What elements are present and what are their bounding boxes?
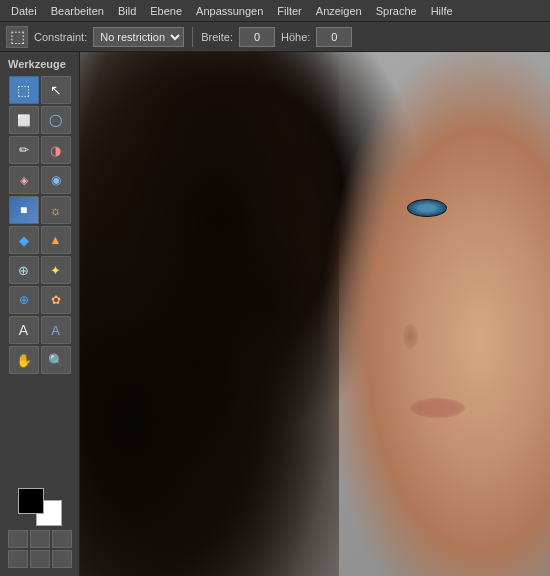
eye-detail [407,199,447,217]
menu-anpassungen[interactable]: Anpassungen [189,3,270,19]
grid-btn-5[interactable] [30,550,50,568]
tool-row-3: ✏ ◑ [4,136,75,164]
menu-hilfe[interactable]: Hilfe [424,3,460,19]
effect-btn[interactable]: ✦ [41,256,71,284]
lip-area [410,398,465,418]
menu-bar: Datei Bearbeiten Bild Ebene Anpassungen … [0,0,550,22]
tool-row-5: ■ ☼ [4,196,75,224]
toolbar-separator-1 [192,27,193,47]
menu-ebene[interactable]: Ebene [143,3,189,19]
dodge-btn[interactable]: ☼ [41,196,71,224]
menu-anzeigen[interactable]: Anzeigen [309,3,369,19]
text-btn[interactable]: A [9,316,39,344]
toolbox-panel: Werkzeuge ⬚ ↖ ⬜ ◯ ✏ ◑ ◈ ◉ ■ ☼ ◆ ▲ ⊕ ✦ [0,52,80,576]
crop-tool-btn[interactable]: ⬚ [9,76,39,104]
constraint-select[interactable]: No restriction Aspect ratio Fixed size [93,27,184,47]
canvas-area [80,52,550,576]
rotate-btn[interactable]: ✿ [41,286,71,314]
fill-btn[interactable]: ■ [9,196,39,224]
colorpicker-btn[interactable]: ⊕ [9,256,39,284]
tool-row-8: ⊕ ✿ [4,286,75,314]
tool-row-4: ◈ ◉ [4,166,75,194]
color-swatch-area [18,488,62,526]
move-tool-btn[interactable]: ↖ [41,76,71,104]
triangle-btn[interactable]: ▲ [41,226,71,254]
tool-row-7: ⊕ ✦ [4,256,75,284]
pencil-btn[interactable]: ✏ [9,136,39,164]
width-label: Breite: [201,31,233,43]
fg-color-swatch[interactable] [18,488,44,514]
path-btn[interactable]: ◆ [9,226,39,254]
menu-filter[interactable]: Filter [270,3,308,19]
grid-btn-6[interactable] [52,550,72,568]
stamp-btn[interactable]: ◈ [9,166,39,194]
width-input[interactable] [239,27,275,47]
text2-btn[interactable]: A [41,316,71,344]
menu-bild[interactable]: Bild [111,3,143,19]
tool-grid [8,530,72,568]
rect-select-btn[interactable]: ⬜ [9,106,39,134]
brush-btn[interactable]: ◑ [41,136,71,164]
tool-row-10: ✋ 🔍 [4,346,75,374]
heal-btn[interactable]: ◉ [41,166,71,194]
tool-row-6: ◆ ▲ [4,226,75,254]
height-input[interactable] [316,27,352,47]
lasso-btn[interactable]: ◯ [41,106,71,134]
hand-btn[interactable]: ✋ [9,346,39,374]
zoom-btn[interactable]: 🔍 [41,346,71,374]
photo-canvas [80,52,550,576]
tool-row-2: ⬜ ◯ [4,106,75,134]
grid-btn-2[interactable] [30,530,50,548]
menu-bearbeiten[interactable]: Bearbeiten [44,3,111,19]
tool-row-1: ⬚ ↖ [4,76,75,104]
grid-btn-1[interactable] [8,530,28,548]
constraint-label: Constraint: [34,31,87,43]
menu-sprache[interactable]: Sprache [369,3,424,19]
tool-row-9: A A [4,316,75,344]
toolbar: ⬚ Constraint: No restriction Aspect rati… [0,22,550,52]
crop-tool-icon[interactable]: ⬚ [6,26,28,48]
toolbox-colors [4,484,75,572]
grid-btn-3[interactable] [52,530,72,548]
zoom-view-btn[interactable]: ⊕ [9,286,39,314]
nose-shadow [403,324,418,349]
grid-btn-4[interactable] [8,550,28,568]
hair-overlay-curly [127,52,362,471]
main-area: Werkzeuge ⬚ ↖ ⬜ ◯ ✏ ◑ ◈ ◉ ■ ☼ ◆ ▲ ⊕ ✦ [0,52,550,576]
toolbox-title: Werkzeuge [4,56,75,74]
menu-datei[interactable]: Datei [4,3,44,19]
height-label: Höhe: [281,31,310,43]
